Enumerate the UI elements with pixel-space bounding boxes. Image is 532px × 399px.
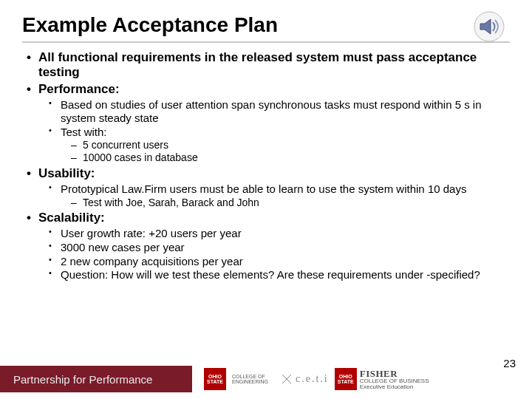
fisher-text: FISHER COLLEGE OF BUSINESS Executive Edu…: [360, 369, 429, 390]
bullet-functional: All functional requirements in the relea…: [38, 50, 510, 80]
bullet-question: Question: How will we test these element…: [61, 268, 510, 282]
eng-line2: ENGINEERING: [232, 379, 275, 384]
bullet-cases-db: 10000 cases in database: [83, 151, 510, 164]
fisher-big: FISHER: [360, 369, 429, 378]
bullet-usability-label: Usability:: [38, 166, 95, 180]
fisher-small2: Executive Education: [360, 384, 429, 390]
bullet-acquisitions: 2 new company acquisitions per year: [61, 255, 510, 268]
bullet-performance-testwith: Test with: 5 concurrent users 10000 case…: [61, 126, 510, 164]
bullet-performance: Performance: Based on studies of user at…: [38, 82, 510, 164]
ceti-x-icon: [281, 373, 293, 385]
bullet-user-growth: User growth rate: +20 users per year: [61, 227, 510, 240]
bullet-scalability: Scalability: User growth rate: +20 users…: [38, 211, 510, 282]
footer-tagline: Partnership for Performance: [0, 366, 192, 392]
osu-logo-icon: OHIO STATE: [204, 368, 226, 390]
bullet-performance-attention: Based on studies of user attention span …: [61, 98, 510, 124]
bullet-usability-testwith: Test with Joe, Sarah, Barack and John: [83, 197, 510, 209]
ceti-text: c.e.t.i: [296, 373, 329, 385]
fisher-logo: OHIO STATE FISHER COLLEGE OF BUSINESS Ex…: [335, 368, 429, 390]
bullet-usability-learn: Prototypical Law.Firm users must be able…: [61, 183, 510, 208]
speaker-icon: [473, 10, 505, 46]
bullet-usability: Usability: Prototypical Law.Firm users m…: [38, 166, 510, 209]
footer-logos: OHIO STATE COLLEGE OF ENGINEERING c.e.t.…: [204, 368, 429, 390]
page-title: Example Acceptance Plan: [22, 13, 510, 37]
ceti-logo: c.e.t.i: [281, 373, 329, 385]
bullet-usability-learn-label: Prototypical Law.Firm users must be able…: [61, 183, 466, 195]
eng-line1: COLLEGE OF: [232, 374, 275, 379]
bullet-concurrent-users: 5 concurrent users: [83, 139, 510, 151]
engineering-logo: COLLEGE OF ENGINEERING: [232, 374, 275, 384]
bullet-performance-label: Performance:: [38, 82, 120, 96]
title-divider: [22, 41, 510, 43]
content-list: All functional requirements in the relea…: [22, 50, 510, 282]
bullet-testwith-label: Test with:: [61, 126, 107, 138]
footer: Partnership for Performance OHIO STATE C…: [0, 359, 532, 399]
bullet-new-cases: 3000 new cases per year: [61, 241, 510, 254]
osu-logo-icon-2: OHIO STATE: [335, 368, 357, 390]
bullet-scalability-label: Scalability:: [38, 211, 105, 225]
slide: Example Acceptance Plan All functional r…: [0, 0, 532, 399]
